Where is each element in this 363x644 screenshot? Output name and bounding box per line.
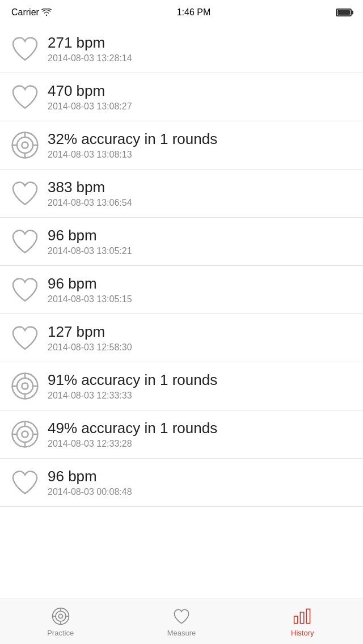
item-content-3: 383 bpm 2014-08-03 13:06:54	[48, 179, 354, 207]
carrier-label: Carrier	[11, 7, 39, 18]
svg-point-8	[17, 378, 33, 394]
heart-icon	[9, 81, 41, 113]
item-content-5: 96 bpm 2014-08-03 13:05:15	[48, 275, 354, 304]
list-item[interactable]: 271 bpm 2014-08-03 13:28:14	[0, 25, 363, 73]
item-content-2: 32% accuracy in 1 rounds 2014-08-03 13:0…	[48, 130, 354, 159]
svg-point-15	[17, 426, 33, 442]
practice-label: Practice	[47, 629, 74, 637]
list-item[interactable]: 49% accuracy in 1 rounds 2014-08-03 12:3…	[0, 410, 363, 459]
svg-point-22	[56, 611, 66, 621]
target-icon	[9, 370, 41, 402]
status-bar: Carrier 1:46 PM	[0, 0, 363, 25]
item-title-6: 127 bpm	[48, 323, 354, 341]
tab-bar: Practice Measure History	[0, 599, 363, 644]
target-icon	[9, 129, 41, 161]
heart-icon	[9, 322, 41, 354]
item-icon-4	[9, 226, 41, 257]
svg-rect-29	[301, 612, 304, 624]
list-item[interactable]: 470 bpm 2014-08-03 13:08:27	[0, 73, 363, 121]
item-title-0: 271 bpm	[48, 34, 354, 52]
svg-point-9	[22, 383, 28, 389]
heart-icon	[9, 33, 41, 65]
list-item[interactable]: 32% accuracy in 1 rounds 2014-08-03 13:0…	[0, 121, 363, 170]
item-content-6: 127 bpm 2014-08-03 12:58:30	[48, 323, 354, 352]
item-timestamp-3: 2014-08-03 13:06:54	[48, 198, 354, 208]
list-item[interactable]: 96 bpm 2014-08-03 13:05:15	[0, 266, 363, 314]
item-timestamp-8: 2014-08-03 12:33:28	[48, 439, 354, 449]
status-battery	[336, 9, 352, 16]
item-timestamp-0: 2014-08-03 13:28:14	[48, 53, 354, 63]
list-item[interactable]: 127 bpm 2014-08-03 12:58:30	[0, 314, 363, 362]
heart-icon	[9, 177, 41, 209]
wifi-icon	[41, 9, 52, 16]
item-timestamp-1: 2014-08-03 13:08:27	[48, 101, 354, 112]
item-timestamp-9: 2014-08-03 00:08:48	[48, 487, 354, 497]
item-timestamp-7: 2014-08-03 12:33:33	[48, 391, 354, 401]
history-icon	[292, 606, 313, 626]
item-icon-1	[9, 81, 41, 113]
item-content-9: 96 bpm 2014-08-03 00:08:48	[48, 468, 354, 497]
measure-label: Measure	[167, 629, 196, 637]
measure-icon	[171, 606, 192, 626]
item-icon-5	[9, 274, 41, 306]
item-content-8: 49% accuracy in 1 rounds 2014-08-03 12:3…	[48, 420, 354, 448]
history-label: History	[291, 629, 314, 637]
practice-icon	[50, 606, 71, 626]
heart-icon	[9, 274, 41, 306]
list-item[interactable]: 91% accuracy in 1 rounds 2014-08-03 12:3…	[0, 362, 363, 410]
heart-icon	[9, 467, 41, 498]
svg-point-1	[17, 137, 33, 153]
svg-point-16	[22, 431, 28, 437]
item-timestamp-5: 2014-08-03 13:05:15	[48, 294, 354, 304]
list-item[interactable]: 96 bpm 2014-08-03 00:08:48	[0, 459, 363, 507]
svg-point-23	[58, 614, 62, 618]
item-title-4: 96 bpm	[48, 227, 354, 244]
svg-rect-30	[307, 609, 310, 623]
item-title-1: 470 bpm	[48, 82, 354, 100]
target-icon	[9, 418, 41, 450]
tab-history[interactable]: History	[242, 599, 363, 644]
item-content-1: 470 bpm 2014-08-03 13:08:27	[48, 82, 354, 111]
item-title-2: 32% accuracy in 1 rounds	[48, 130, 354, 148]
item-title-9: 96 bpm	[48, 468, 354, 485]
heart-icon	[9, 226, 41, 257]
item-title-5: 96 bpm	[48, 275, 354, 293]
item-title-8: 49% accuracy in 1 rounds	[48, 420, 354, 437]
item-icon-3	[9, 177, 41, 209]
item-content-0: 271 bpm 2014-08-03 13:28:14	[48, 34, 354, 63]
list-item[interactable]: 96 bpm 2014-08-03 13:05:21	[0, 218, 363, 266]
item-timestamp-4: 2014-08-03 13:05:21	[48, 246, 354, 256]
status-time: 1:46 PM	[177, 7, 211, 18]
item-icon-2	[9, 129, 41, 161]
item-content-4: 96 bpm 2014-08-03 13:05:21	[48, 227, 354, 256]
item-icon-7	[9, 370, 41, 402]
tab-practice[interactable]: Practice	[0, 599, 121, 644]
item-icon-9	[9, 467, 41, 498]
svg-rect-28	[294, 616, 298, 624]
item-icon-0	[9, 33, 41, 65]
item-title-3: 383 bpm	[48, 179, 354, 196]
tab-measure[interactable]: Measure	[121, 599, 242, 644]
item-content-7: 91% accuracy in 1 rounds 2014-08-03 12:3…	[48, 371, 354, 400]
item-icon-8	[9, 418, 41, 450]
history-list[interactable]: 271 bpm 2014-08-03 13:28:14 470 bpm 2014…	[0, 25, 363, 599]
svg-point-2	[22, 142, 28, 148]
item-timestamp-6: 2014-08-03 12:58:30	[48, 342, 354, 353]
status-left: Carrier	[11, 7, 52, 18]
item-icon-6	[9, 322, 41, 354]
item-title-7: 91% accuracy in 1 rounds	[48, 371, 354, 389]
item-timestamp-2: 2014-08-03 13:08:13	[48, 150, 354, 160]
battery-fill	[337, 10, 350, 15]
list-item[interactable]: 383 bpm 2014-08-03 13:06:54	[0, 170, 363, 218]
